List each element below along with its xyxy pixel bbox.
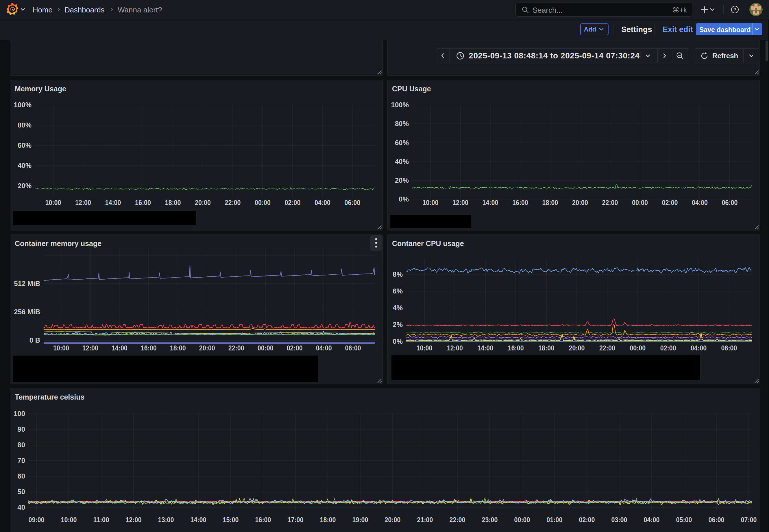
- svg-text:14:00: 14:00: [112, 344, 127, 352]
- svg-text:02:00: 02:00: [285, 199, 301, 206]
- svg-text:?: ?: [733, 7, 736, 12]
- svg-text:14:00: 14:00: [477, 344, 493, 352]
- svg-text:14:00: 14:00: [191, 516, 206, 524]
- svg-text:06:00: 06:00: [345, 199, 361, 206]
- svg-text:00:00: 00:00: [258, 344, 273, 352]
- svg-text:18:00: 18:00: [542, 199, 558, 206]
- svg-text:22:00: 22:00: [602, 199, 618, 206]
- svg-text:09:00: 09:00: [29, 516, 45, 524]
- svg-text:20:00: 20:00: [569, 344, 585, 352]
- svg-text:06:00: 06:00: [721, 344, 737, 352]
- svg-text:60%: 60%: [395, 139, 409, 147]
- svg-text:0 B: 0 B: [29, 336, 40, 344]
- svg-text:06:00: 06:00: [709, 516, 724, 524]
- svg-text:20:00: 20:00: [195, 199, 211, 206]
- svg-text:10:00: 10:00: [417, 344, 432, 352]
- svg-text:12:00: 12:00: [126, 516, 142, 524]
- svg-text:12:00: 12:00: [447, 344, 463, 352]
- svg-text:06:00: 06:00: [722, 199, 738, 206]
- svg-text:18:00: 18:00: [165, 199, 181, 206]
- svg-text:04:00: 04:00: [692, 199, 708, 206]
- svg-text:100%: 100%: [391, 101, 409, 109]
- svg-text:0%: 0%: [399, 195, 409, 203]
- svg-text:10:00: 10:00: [53, 344, 69, 352]
- svg-text:80%: 80%: [395, 120, 409, 128]
- svg-text:12:00: 12:00: [82, 344, 98, 352]
- svg-text:04:00: 04:00: [644, 516, 660, 524]
- svg-text:00:00: 00:00: [632, 199, 648, 206]
- svg-text:256 MiB: 256 MiB: [14, 308, 40, 316]
- svg-text:06:00: 06:00: [345, 344, 361, 352]
- svg-text:18:00: 18:00: [170, 344, 186, 352]
- svg-text:16:00: 16:00: [508, 344, 524, 352]
- svg-text:512 MiB: 512 MiB: [14, 280, 40, 287]
- svg-text:02:00: 02:00: [287, 344, 303, 352]
- svg-text:40%: 40%: [395, 158, 409, 165]
- svg-text:60%: 60%: [18, 141, 32, 149]
- svg-text:17:00: 17:00: [288, 516, 304, 524]
- svg-text:20%: 20%: [395, 176, 409, 184]
- svg-text:14:00: 14:00: [105, 199, 121, 206]
- svg-text:02:00: 02:00: [660, 344, 676, 352]
- svg-text:16:00: 16:00: [135, 199, 151, 206]
- svg-text:00:00: 00:00: [255, 199, 271, 206]
- svg-text:05:00: 05:00: [676, 516, 692, 524]
- svg-text:16:00: 16:00: [141, 344, 157, 352]
- svg-text:21:00: 21:00: [417, 516, 433, 524]
- svg-text:40%: 40%: [18, 162, 32, 169]
- svg-text:10:00: 10:00: [61, 516, 77, 524]
- svg-text:15:00: 15:00: [223, 516, 239, 524]
- svg-text:80%: 80%: [18, 121, 32, 129]
- svg-text:19:00: 19:00: [352, 516, 368, 524]
- svg-text:22:00: 22:00: [225, 199, 241, 206]
- svg-text:23:00: 23:00: [482, 516, 498, 524]
- svg-text:04:00: 04:00: [691, 344, 707, 352]
- svg-text:100: 100: [14, 410, 25, 418]
- svg-text:80: 80: [17, 441, 25, 449]
- svg-text:22:00: 22:00: [228, 344, 244, 352]
- svg-text:10:00: 10:00: [45, 199, 61, 206]
- svg-text:18:00: 18:00: [538, 344, 554, 352]
- svg-text:16:00: 16:00: [512, 199, 528, 206]
- svg-text:12:00: 12:00: [452, 199, 468, 206]
- svg-text:60: 60: [17, 472, 25, 480]
- svg-text:14:00: 14:00: [483, 199, 498, 206]
- svg-text:02:00: 02:00: [662, 199, 678, 206]
- svg-text:22:00: 22:00: [450, 516, 465, 524]
- svg-text:13:00: 13:00: [158, 516, 174, 524]
- svg-text:12:00: 12:00: [75, 199, 91, 206]
- svg-text:04:00: 04:00: [316, 344, 332, 352]
- svg-text:90: 90: [17, 425, 25, 433]
- svg-text:4%: 4%: [393, 304, 403, 312]
- svg-text:20:00: 20:00: [572, 199, 588, 206]
- svg-text:22:00: 22:00: [599, 344, 615, 352]
- svg-text:8%: 8%: [393, 270, 403, 278]
- svg-text:07:00: 07:00: [741, 516, 757, 524]
- svg-text:70: 70: [17, 457, 25, 464]
- svg-text:03:00: 03:00: [611, 516, 627, 524]
- svg-text:16:00: 16:00: [255, 516, 271, 524]
- svg-text:50: 50: [17, 488, 25, 496]
- svg-text:100%: 100%: [14, 101, 32, 109]
- svg-text:20:00: 20:00: [199, 344, 215, 352]
- svg-text:2%: 2%: [393, 321, 403, 328]
- svg-text:02:00: 02:00: [579, 516, 595, 524]
- svg-text:04:00: 04:00: [315, 199, 330, 206]
- svg-text:11:00: 11:00: [93, 516, 109, 524]
- svg-text:6%: 6%: [393, 287, 403, 295]
- svg-text:40: 40: [17, 503, 25, 511]
- svg-text:20%: 20%: [18, 182, 32, 190]
- svg-text:10:00: 10:00: [423, 199, 439, 206]
- svg-text:00:00: 00:00: [514, 516, 530, 524]
- svg-text:18:00: 18:00: [320, 516, 336, 524]
- svg-text:01:00: 01:00: [547, 516, 563, 524]
- svg-text:00:00: 00:00: [630, 344, 646, 352]
- svg-text:0%: 0%: [393, 337, 403, 345]
- svg-text:20:00: 20:00: [385, 516, 401, 524]
